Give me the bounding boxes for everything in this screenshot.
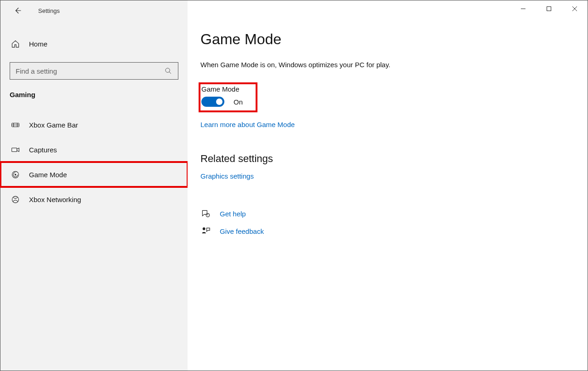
settings-window: Settings Home Gaming Xbox Game Bar bbox=[0, 0, 588, 371]
svg-point-8 bbox=[203, 227, 206, 230]
svg-rect-2 bbox=[11, 148, 17, 151]
sidebar-item-captures[interactable]: Captures bbox=[0, 137, 188, 162]
help-icon bbox=[200, 209, 211, 218]
toggle-label: Game Mode bbox=[201, 85, 243, 93]
sidebar-item-xbox-game-bar[interactable]: Xbox Game Bar bbox=[0, 112, 188, 137]
sidebar-home[interactable]: Home bbox=[0, 31, 188, 57]
svg-point-0 bbox=[166, 68, 170, 72]
get-help-link[interactable]: Get help bbox=[220, 210, 246, 218]
sidebar: Settings Home Gaming Xbox Game Bar bbox=[0, 0, 188, 371]
related-settings-heading: Related settings bbox=[200, 153, 588, 165]
search-icon bbox=[164, 67, 172, 75]
page-description: When Game Mode is on, Windows optimizes … bbox=[200, 61, 588, 69]
window-controls bbox=[510, 0, 588, 17]
give-feedback-row[interactable]: Give feedback bbox=[200, 226, 588, 236]
toggle-row: On bbox=[201, 97, 243, 107]
give-feedback-link[interactable]: Give feedback bbox=[220, 227, 264, 235]
minimize-button[interactable] bbox=[510, 0, 536, 17]
titlebar-left: Settings bbox=[0, 0, 188, 21]
main-pane: Game Mode When Game Mode is on, Windows … bbox=[188, 0, 588, 371]
maximize-icon bbox=[546, 6, 552, 12]
search-input[interactable] bbox=[16, 67, 164, 75]
graphics-settings-link[interactable]: Graphics settings bbox=[200, 172, 254, 180]
sidebar-item-game-mode[interactable]: Game Mode bbox=[0, 162, 188, 187]
close-icon bbox=[572, 6, 577, 12]
page-title: Game Mode bbox=[200, 31, 588, 48]
maximize-button[interactable] bbox=[536, 0, 562, 17]
svg-point-5 bbox=[12, 196, 18, 203]
home-icon bbox=[10, 40, 21, 48]
game-bar-icon bbox=[10, 121, 21, 129]
game-mode-toggle-section: Game Mode On bbox=[200, 84, 256, 110]
back-arrow-icon bbox=[13, 6, 22, 15]
svg-point-4 bbox=[15, 174, 16, 175]
toggle-knob bbox=[216, 99, 223, 105]
sidebar-home-label: Home bbox=[29, 40, 47, 48]
sidebar-category: Gaming bbox=[0, 80, 188, 103]
sidebar-item-label: Captures bbox=[29, 146, 57, 154]
sidebar-item-label: Xbox Networking bbox=[29, 196, 81, 203]
game-mode-icon bbox=[10, 170, 21, 179]
svg-rect-6 bbox=[547, 7, 551, 11]
xbox-icon bbox=[10, 195, 21, 204]
search-box[interactable] bbox=[10, 62, 178, 80]
get-help-row[interactable]: Get help bbox=[200, 209, 588, 218]
search-wrap bbox=[10, 62, 178, 80]
minimize-icon bbox=[520, 6, 526, 12]
sidebar-item-label: Xbox Game Bar bbox=[29, 121, 78, 129]
game-mode-toggle[interactable] bbox=[201, 97, 224, 107]
close-button[interactable] bbox=[562, 0, 588, 17]
feedback-icon bbox=[200, 226, 211, 236]
sidebar-item-xbox-networking[interactable]: Xbox Networking bbox=[0, 187, 188, 212]
back-button[interactable] bbox=[11, 4, 24, 17]
sidebar-nav: Xbox Game Bar Captures Game Mode Xbox Ne… bbox=[0, 112, 188, 212]
captures-icon bbox=[10, 145, 21, 154]
app-title: Settings bbox=[38, 7, 60, 14]
learn-more-link[interactable]: Learn more about Game Mode bbox=[200, 121, 295, 128]
content: Game Mode When Game Mode is on, Windows … bbox=[188, 0, 588, 236]
sidebar-item-label: Game Mode bbox=[29, 171, 67, 179]
toggle-state: On bbox=[234, 98, 243, 106]
